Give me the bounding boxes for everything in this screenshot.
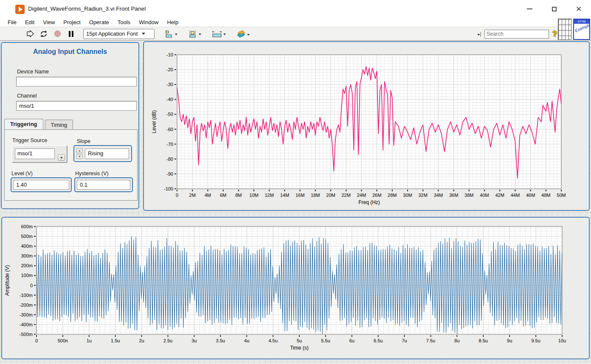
trigger-source-value[interactable]: mso/1 [15, 148, 55, 159]
device-name-label: Device Name [17, 69, 49, 75]
pause-icon[interactable] [66, 29, 76, 39]
menu-bar: File Edit View Project Operate Tools Win… [0, 18, 591, 27]
triggering-tab-body: Trigger Source mso/1 Slope ▴ ▾ Rising Le… [4, 129, 138, 201]
hysteresis-control[interactable]: 0.1 [74, 177, 133, 192]
waveform-graph-panel: 0500n1u1.5u2u2.5u3u3.5u4u4.5u5u5.5u6u6.5… [1, 217, 590, 359]
slope-label: Slope [77, 138, 90, 144]
svg-text:10u: 10u [558, 338, 566, 343]
svg-text:-80: -80 [166, 157, 173, 162]
menu-tools[interactable]: Tools [113, 18, 135, 26]
channel-label: Channel [17, 93, 37, 99]
tab-strip: Triggering Timing [4, 118, 75, 130]
svg-text:7.5u: 7.5u [426, 338, 435, 343]
slope-decrement-button[interactable]: ▾ [76, 154, 83, 159]
run-icon[interactable] [25, 29, 35, 39]
level-value[interactable]: 1.40 [13, 180, 69, 190]
svg-text:-60: -60 [166, 127, 173, 132]
svg-text:-30: -30 [166, 82, 173, 87]
svg-text:0: 0 [30, 283, 33, 288]
minimize-button[interactable] [517, 0, 542, 18]
svg-text:Amplitude (V): Amplitude (V) [4, 265, 10, 296]
svg-text:44M: 44M [511, 193, 520, 198]
search-input[interactable] [487, 31, 555, 37]
close-button[interactable]: ✕ [566, 0, 591, 18]
font-selector[interactable]: 15pt Application Font [83, 29, 155, 39]
resize-objects-icon[interactable] [211, 30, 226, 38]
svg-text:300m: 300m [21, 253, 33, 258]
vi-icon-body-text: Example [574, 22, 590, 33]
svg-text:-50: -50 [166, 112, 173, 117]
toolbar: 15pt Application Font [0, 27, 591, 41]
trigger-source-combo[interactable]: mso/1 [11, 145, 68, 163]
svg-text:42M: 42M [495, 193, 504, 198]
svg-text:34M: 34M [434, 193, 443, 198]
svg-text:200m: 200m [21, 263, 33, 268]
menu-view[interactable]: View [39, 18, 59, 26]
labview-front-panel-window: Digilent_WaveForms_Radiun_3.vi Front Pan… [0, 0, 591, 364]
waveform-chart: 0500n1u1.5u2u2.5u3u3.5u4u4.5u5u5.5u6u6.5… [2, 218, 589, 360]
menu-project[interactable]: Project [59, 18, 84, 26]
menu-file[interactable]: File [3, 18, 21, 26]
align-objects-icon[interactable] [165, 30, 177, 38]
svg-text:-40: -40 [166, 97, 173, 102]
svg-text:4.5u: 4.5u [268, 338, 277, 343]
vi-icon[interactable]: STIM Example [573, 19, 590, 40]
search-box[interactable] [484, 30, 549, 39]
menu-operate[interactable]: Operate [85, 18, 113, 26]
help-icon[interactable]: ? [552, 30, 557, 39]
level-label: Level (V) [11, 171, 33, 176]
svg-text:500m: 500m [21, 234, 33, 239]
svg-text:0: 0 [35, 338, 38, 343]
chevron-down-icon [142, 33, 145, 35]
svg-text:40M: 40M [480, 193, 489, 198]
menu-edit[interactable]: Edit [21, 18, 39, 26]
svg-text:9.5u: 9.5u [531, 338, 540, 343]
front-panel-background: Analog Input Channels Device Name Channe… [0, 41, 591, 364]
svg-text:38M: 38M [464, 193, 473, 198]
menu-window[interactable]: Window [135, 18, 163, 26]
level-control[interactable]: 1.40 [11, 177, 72, 192]
svg-text:500n: 500n [58, 338, 68, 343]
analog-input-channels-panel: Analog Input Channels Device Name Channe… [1, 42, 139, 209]
tab-timing[interactable]: Timing [45, 120, 73, 130]
window-title: Digilent_WaveForms_Radiun_3.vi Front Pan… [28, 6, 146, 12]
svg-text:0: 0 [176, 193, 178, 198]
title-bar: Digilent_WaveForms_Radiun_3.vi Front Pan… [0, 0, 591, 18]
svg-text:26M: 26M [372, 193, 381, 198]
alignment-grid-icon[interactable] [558, 19, 571, 40]
channel-input[interactable] [16, 101, 137, 111]
slope-control[interactable]: ▴ ▾ Rising [73, 145, 132, 162]
svg-text:2.5u: 2.5u [163, 338, 172, 343]
svg-text:18M: 18M [311, 193, 320, 198]
panel-title: Analog Input Channels [2, 48, 138, 56]
reorder-icon[interactable] [236, 30, 250, 38]
svg-text:6.5u: 6.5u [374, 338, 383, 343]
maximize-button[interactable] [542, 0, 566, 18]
distribute-objects-icon[interactable] [188, 30, 201, 38]
svg-text:12M: 12M [265, 193, 273, 198]
svg-text:600m: 600m [21, 224, 33, 229]
tab-triggering[interactable]: Triggering [4, 119, 43, 130]
slope-value[interactable]: Rising [85, 148, 129, 159]
svg-text:3u: 3u [191, 338, 197, 343]
svg-text:30M: 30M [403, 193, 412, 198]
svg-text:Time (s): Time (s) [290, 345, 309, 351]
trigger-source-label: Trigger Source [12, 137, 47, 143]
hysteresis-value[interactable]: 0.1 [77, 180, 130, 190]
spectrum-graph-panel: 02M4M6M8M10M12M14M16M18M20M22M24M26M28M3… [143, 41, 590, 211]
menu-help[interactable]: Help [163, 18, 183, 26]
abort-icon[interactable] [53, 29, 62, 39]
svg-text:8M: 8M [235, 193, 242, 198]
svg-text:-10: -10 [166, 52, 173, 57]
trigger-source-dropdown-button[interactable] [58, 154, 65, 161]
svg-text:8.5u: 8.5u [479, 338, 488, 343]
svg-text:28M: 28M [388, 193, 397, 198]
toolbar-expander-icon[interactable]: ▸| [478, 32, 481, 36]
svg-text:2u: 2u [139, 338, 144, 343]
svg-text:-20: -20 [166, 67, 173, 72]
slope-increment-button[interactable]: ▴ [76, 148, 83, 153]
svg-text:-100: -100 [164, 186, 173, 191]
device-name-input[interactable] [16, 77, 137, 87]
run-continuous-icon[interactable] [39, 29, 48, 39]
corner-icons: STIM Example [558, 19, 590, 40]
